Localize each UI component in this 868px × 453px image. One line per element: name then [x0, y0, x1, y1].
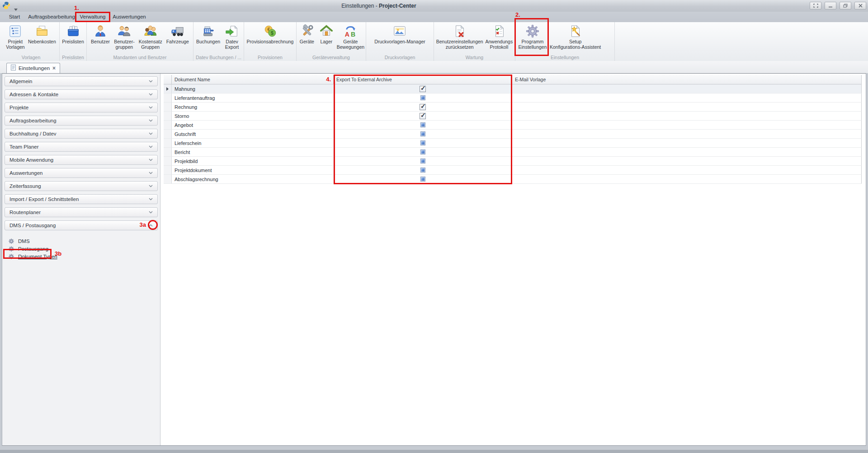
- document-name-cell: Rechnung: [172, 103, 334, 112]
- table-row-bericht[interactable]: Bericht: [164, 148, 862, 157]
- checkbox-filled-icon[interactable]: [420, 159, 425, 163]
- ribbon-button-kostensatz-gruppen[interactable]: KostensatzGruppen: [139, 24, 162, 50]
- checkbox-filled-icon[interactable]: [420, 131, 425, 136]
- table-row-abschlagsrechnung[interactable]: Abschlagsrechnung: [164, 175, 862, 184]
- ribbon-tab-auftragsbearbeitung[interactable]: Auftragsbearbeitung: [27, 12, 76, 22]
- table-row-mahnung[interactable]: Mahnung: [164, 84, 862, 93]
- email-template-cell: [512, 103, 862, 112]
- nebenkosten-icon: [35, 24, 49, 38]
- checkbox-filled-icon[interactable]: [420, 149, 425, 154]
- tab-close-icon[interactable]: ×: [52, 65, 56, 71]
- export-cell: [334, 112, 512, 121]
- tab-einstellungen[interactable]: Einstellungen ×: [6, 63, 60, 73]
- ribbon-tab-verwaltung[interactable]: Verwaltung: [77, 12, 108, 22]
- sidebar-section-import-export-schnittstellen[interactable]: Import / Export / Schnittstellen: [5, 194, 158, 204]
- ribbon-button-benutzer[interactable]: Benutzer: [91, 24, 110, 44]
- table-row-gutschrift[interactable]: Gutschrift: [164, 130, 862, 139]
- ribbon-button-label: Benutzer-gruppen: [114, 39, 135, 50]
- checkbox-filled-icon[interactable]: [420, 177, 425, 182]
- ribbon-button-benutzereinstellungen-zuruecksetzen[interactable]: Benutzereinstellungenzurücksetzen: [436, 24, 483, 50]
- chevron-down-icon: [149, 159, 153, 161]
- export-cell: [334, 139, 512, 148]
- column-header-export-to-external-archive[interactable]: Export To External Archive: [334, 75, 512, 84]
- ribbon-group-provisionen: €$ProvisionsabrechnungProvisionen: [244, 22, 297, 61]
- ribbon-button-preislisten[interactable]: Preislisten: [62, 24, 84, 44]
- minimize-button[interactable]: [825, 2, 836, 9]
- sidebar-section-label: Zeiterfassung: [9, 183, 41, 189]
- sidebar-section-dms-postausgang[interactable]: DMS / Postausgang: [5, 220, 158, 230]
- ribbon-button-benutzer-gruppen[interactable]: Benutzer-gruppen: [114, 24, 135, 50]
- ribbon-group-caption: Wartung: [434, 55, 515, 60]
- current-row-arrow-icon: [166, 87, 169, 91]
- ribbon-group-caption: Einstellungen: [515, 55, 614, 60]
- ribbon-button-geraete-bewegungen[interactable]: ABGeräteBewegungen: [337, 24, 364, 50]
- checkbox-filled-icon[interactable]: [420, 95, 425, 100]
- ribbon-button-datev-export[interactable]: DatevExport: [223, 24, 241, 50]
- ribbon-button-druckvorlagen-manager[interactable]: Druckvorlagen-Manager: [374, 24, 425, 44]
- ribbon-tab-start[interactable]: Start: [4, 12, 25, 22]
- label-line: Export: [225, 44, 239, 50]
- table-row-projektdokument[interactable]: Projektdokument: [164, 166, 862, 175]
- sidebar-section-projekte[interactable]: Projekte: [5, 103, 158, 112]
- sidebar-section-label: Allgemein: [9, 79, 33, 84]
- ribbon-button-fahrzeuge[interactable]: Fahrzeuge: [166, 24, 189, 44]
- table-row-projektbild[interactable]: Projektbild: [164, 157, 862, 166]
- label-line: Vorlagen: [6, 44, 24, 50]
- label-line: Bewegungen: [337, 44, 364, 50]
- sidebar-section-auswertungen[interactable]: Auswertungen: [5, 168, 158, 178]
- app-icon[interactable]: [2, 1, 10, 9]
- label-line: Einstellungen: [518, 44, 547, 50]
- ribbon-tab-row: StartAuftragsbearbeitungVerwaltungAuswer…: [0, 12, 868, 22]
- ribbon-button-nebenkosten[interactable]: Nebenkosten: [28, 24, 56, 44]
- sidebar-section-buchhaltung-datev[interactable]: Buchhaltung / Datev: [5, 129, 158, 139]
- sidebar-section-label: Projekte: [9, 105, 28, 110]
- geraete-icon: [300, 24, 314, 38]
- ribbon-button-setup-konfigurations-assistent[interactable]: SetupKonfigurations-Assistent: [550, 24, 601, 50]
- chevron-down-icon: [149, 185, 153, 187]
- sidebar-section-routenplaner[interactable]: Routenplaner: [5, 207, 158, 217]
- table-row-lieferschein[interactable]: Lieferschein: [164, 139, 862, 148]
- checkbox-filled-icon[interactable]: [420, 122, 425, 127]
- checkbox-checked-icon[interactable]: [420, 104, 426, 110]
- ribbon-group-vorlagen: ProjektVorlagenNebenkostenVorlagen: [3, 22, 60, 61]
- sidebar-section-team-planer[interactable]: Team Planer: [5, 142, 158, 152]
- ribbon-button-anwendungs-protokoll[interactable]: AnwendungsProtokoll: [485, 24, 513, 50]
- sidebar-item-postausgang[interactable]: Postausgang: [9, 245, 158, 252]
- table-row-lieferantenauftrag[interactable]: Lieferantenauftrag: [164, 93, 862, 103]
- label-line: Druckvorlagen-Manager: [374, 39, 425, 44]
- ribbon-button-lager[interactable]: Lager: [317, 24, 335, 44]
- fullscreen-button[interactable]: [810, 2, 821, 9]
- sidebar-section-zeiterfassung[interactable]: Zeiterfassung: [5, 181, 158, 191]
- checkbox-filled-icon[interactable]: [420, 140, 425, 145]
- email-template-cell: [512, 93, 862, 103]
- column-header-dokument-name[interactable]: Dokument Name: [172, 75, 334, 84]
- sidebar-section-auftragsbearbeitung[interactable]: Auftragsbearbeitung: [5, 116, 158, 126]
- ribbon-button-programm-einstellungen[interactable]: ProgrammEinstellungen: [515, 24, 550, 50]
- table-row-rechnung[interactable]: Rechnung: [164, 103, 862, 112]
- sidebar-section-label: Adressen & Kontakte: [9, 92, 58, 97]
- checkbox-checked-icon[interactable]: [420, 113, 426, 119]
- sidebar-section-label: Auftragsbearbeitung: [9, 118, 57, 123]
- checkbox-filled-icon[interactable]: [420, 168, 425, 173]
- checkbox-checked-icon[interactable]: [420, 86, 426, 92]
- ribbon-button-projekt-vorlagen[interactable]: ProjektVorlagen: [6, 24, 24, 50]
- ribbon-button-geraete[interactable]: Geräte: [298, 24, 316, 44]
- chevron-down-icon: [149, 198, 153, 201]
- sidebar-section-allgemein[interactable]: Allgemein: [5, 76, 158, 86]
- sidebar-item-dokument-typen[interactable]: Dokument Typen: [9, 252, 158, 260]
- ribbon-button-buchungen[interactable]: Buchungen: [196, 24, 220, 44]
- sidebar-section-mobile-anwendung[interactable]: Mobile Anwendung: [5, 155, 158, 165]
- restore-button[interactable]: [840, 2, 851, 9]
- ribbon-button-provisionsabrechnung[interactable]: €$Provisionsabrechnung: [247, 24, 294, 44]
- table-row-angebot[interactable]: Angebot: [164, 121, 862, 130]
- column-header-e-mail-vorlage[interactable]: E-Mail Vorlage: [512, 75, 862, 84]
- ribbon-tab-auswertungen[interactable]: Auswertungen: [110, 12, 148, 22]
- projekt-vorlagen-icon: [9, 24, 22, 38]
- buchungen-icon: [202, 24, 215, 38]
- sidebar-item-dms[interactable]: DMS: [9, 237, 158, 245]
- row-indicator-cell: [164, 130, 172, 139]
- close-button[interactable]: [854, 2, 866, 9]
- sidebar-section-adressen-kontakte[interactable]: Adressen & Kontakte: [5, 89, 158, 99]
- table-row-storno[interactable]: Storno: [164, 112, 862, 121]
- ribbon-button-label: Nebenkosten: [28, 39, 56, 44]
